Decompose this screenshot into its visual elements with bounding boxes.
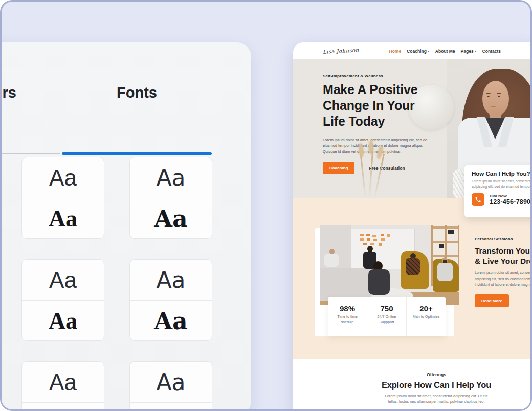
stat-item: 750 24/7 Online Suppport	[367, 297, 406, 336]
nav-home[interactable]: Home	[389, 49, 402, 54]
font-sample-sans: Aa	[22, 362, 104, 402]
site-header: Lisa Johnson Home Coaching About Me Page…	[293, 42, 532, 59]
website-preview: Lisa Johnson Home Coaching About Me Page…	[293, 42, 532, 411]
nav-coaching[interactable]: Coaching	[407, 49, 430, 54]
portrait-brow	[497, 93, 501, 94]
site-logo[interactable]: Lisa Johnson	[323, 47, 359, 55]
font-sample-sans: Aa	[130, 260, 212, 300]
pampas-grass-decoration	[342, 147, 403, 198]
sessions-eyebrow: Personal Sessions	[475, 237, 513, 241]
tab-fonts[interactable]: Fonts	[62, 84, 212, 101]
sessions-body: Lorem ipsum dolor sit amet, consectetur …	[475, 270, 532, 288]
stat-item: 98% Time to time shedule	[328, 297, 367, 336]
font-pair-card[interactable]: Aa Aa	[21, 361, 104, 411]
font-sample-sans: Aa	[22, 157, 104, 198]
help-card: How Can I Help You? Lorem ipsum dolor si…	[464, 165, 532, 217]
font-pair-card[interactable]: Aa Aa	[129, 361, 212, 411]
font-sample-serif: Aa	[130, 403, 212, 411]
font-pair-card[interactable]: Aa Aa	[21, 157, 104, 239]
chevron-down-icon	[428, 51, 430, 52]
help-card-body: Lorem ipsum dolor sit amet, consectetur …	[472, 179, 532, 189]
group-session-photo	[320, 225, 459, 305]
font-pair-card[interactable]: Aa Aa	[129, 157, 212, 239]
nav-pages[interactable]: Pages	[461, 49, 477, 54]
sticky-notes	[360, 234, 364, 236]
phone-number[interactable]: 123-456-7890	[490, 198, 530, 206]
offerings-body: Lorem ipsum dolor sit amet, consectetur …	[334, 393, 532, 404]
offerings-section: Offerings Explore How Can I Help You Lor…	[293, 359, 532, 411]
font-sample-sans: Aa	[22, 260, 104, 300]
read-more-button[interactable]: Read More	[475, 294, 509, 307]
chevron-down-icon	[475, 51, 477, 52]
hero-eyebrow: Self-Improvement & Wellness	[323, 74, 383, 78]
nav-about-me[interactable]: About Me	[435, 49, 455, 54]
tab-underline-active	[62, 152, 212, 155]
tab-underline-inactive	[0, 153, 60, 154]
font-sample-serif: Aa	[22, 198, 104, 239]
font-sample-serif: Aa	[22, 403, 104, 411]
sessions-title: Transform Your Life & Live Your Dreams	[475, 246, 532, 266]
font-sample-serif: Aa	[22, 301, 104, 341]
site-nav: Home Coaching About Me Pages Contacts	[389, 49, 501, 54]
design-tool-frame: Colors Fonts Aa Aa Aa Aa Aa Aa Aa Aa Aa …	[0, 0, 532, 411]
phone-icon[interactable]	[472, 193, 484, 206]
portrait-brow	[486, 93, 491, 94]
stats-card: 98% Time to time shedule 750 24/7 Online…	[328, 297, 446, 336]
dial-now-label: Dial Now	[490, 194, 530, 198]
offerings-title: Explore How Can I Help You	[334, 380, 532, 390]
help-card-title: How Can I Help You?	[472, 171, 532, 177]
stat-item: 20+ Man to Optimize	[406, 297, 446, 336]
hero-title: Make A Positive Change In Your Life Toda…	[323, 82, 418, 129]
tab-colors[interactable]: Colors	[0, 84, 16, 101]
font-sample-sans: Aa	[130, 157, 212, 198]
font-pair-card[interactable]: Aa Aa	[129, 259, 212, 341]
font-sample-sans: Aa	[130, 362, 212, 402]
offerings-eyebrow: Offerings	[334, 372, 532, 377]
portrait-face	[482, 81, 509, 117]
font-sample-serif: Aa	[130, 301, 212, 341]
sessions-section: Personal Sessions Transform Your Life & …	[293, 198, 532, 359]
fonts-panel: Colors Fonts Aa Aa Aa Aa Aa Aa Aa Aa Aa …	[0, 42, 251, 411]
font-pair-card[interactable]: Aa Aa	[21, 259, 104, 341]
nav-contacts[interactable]: Contacts	[482, 49, 501, 54]
font-sample-serif: Aa	[130, 198, 212, 239]
